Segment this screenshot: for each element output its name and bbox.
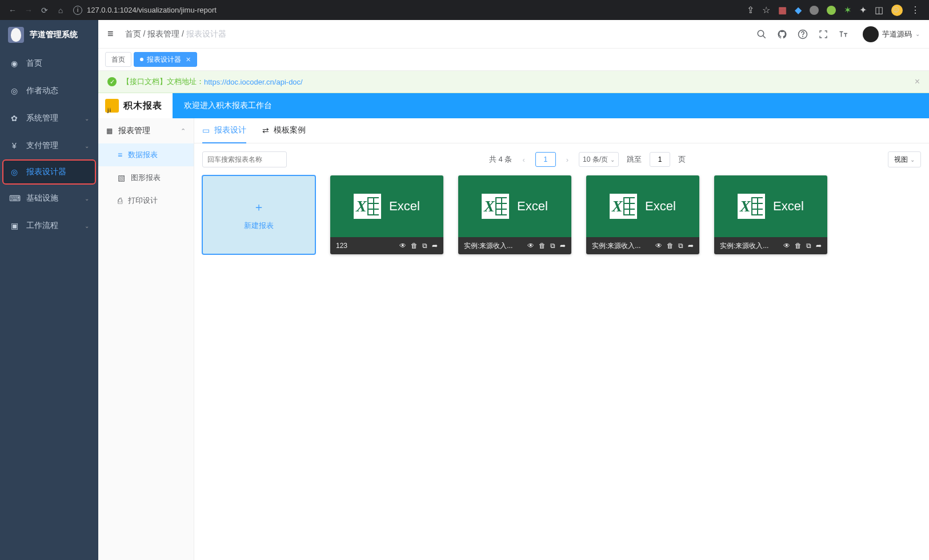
- page-next[interactable]: ›: [564, 155, 571, 164]
- extension-dot-1[interactable]: [810, 6, 819, 15]
- yen-icon: ¥: [9, 141, 19, 150]
- app-title: 芋道管理系统: [30, 30, 78, 40]
- share-icon[interactable]: ⇪: [747, 5, 754, 15]
- chevron-down-icon: ⌄: [610, 157, 615, 163]
- kebab-menu-icon[interactable]: ⋮: [911, 5, 920, 15]
- alert-link[interactable]: https://doc.iocoder.cn/api-doc/: [204, 78, 303, 86]
- report-card[interactable]: Excel 123 👁 🗑 ⧉ ➦: [330, 175, 443, 254]
- sliders-icon: ⇄: [262, 126, 269, 135]
- card-cover: Excel: [714, 175, 827, 237]
- card-actions: 👁 🗑 ⧉ ➦: [527, 242, 566, 250]
- left-panel-header[interactable]: ▦ 报表管理 ⌃: [98, 118, 194, 143]
- sub-tab-template-sample[interactable]: ⇄ 模板案例: [262, 118, 306, 143]
- url-bar[interactable]: i 127.0.0.1:1024/visualization/jimu-repo…: [73, 6, 742, 15]
- crumb-home[interactable]: 首页: [125, 29, 141, 38]
- report-card[interactable]: Excel 实例:来源收入... 👁 🗑 ⧉ ➦: [714, 175, 827, 254]
- search-input[interactable]: [202, 151, 287, 167]
- copy-icon[interactable]: ⧉: [678, 242, 683, 250]
- share-icon[interactable]: ➦: [816, 242, 822, 250]
- delete-icon[interactable]: 🗑: [539, 242, 546, 250]
- share-icon[interactable]: ➦: [432, 242, 438, 250]
- sidebar-item-author[interactable]: ◎ 作者动态: [0, 77, 98, 105]
- sidebar: 芋道管理系统 ◉ 首页 ◎ 作者动态 ✿ 系统管理 ⌄ ¥ 支付管理 ⌄ ◎: [0, 20, 98, 560]
- app-logo-row[interactable]: 芋道管理系统: [0, 20, 98, 50]
- reload-button[interactable]: ⟳: [37, 2, 53, 18]
- home-button[interactable]: ⌂: [53, 2, 69, 18]
- chevron-down-icon: ⌄: [85, 115, 89, 122]
- pagination: 共 4 条 ‹ › 10 条/页 ⌄ 跳至 页: [489, 152, 686, 167]
- excel-icon: [738, 194, 765, 219]
- view-toggle[interactable]: 视图 ⌄: [888, 151, 921, 167]
- list-icon: ≡: [118, 150, 122, 159]
- sidebar-item-report-designer[interactable]: ◎ 报表设计器: [2, 159, 96, 185]
- profile-avatar[interactable]: ☺: [891, 5, 903, 16]
- user-menu[interactable]: 芋道源码 ⌄: [863, 26, 920, 42]
- forward-button[interactable]: →: [21, 2, 37, 18]
- page-jump-input[interactable]: [650, 152, 670, 167]
- report-card[interactable]: Excel 实例:来源收入... 👁 🗑 ⧉ ➦: [458, 175, 571, 254]
- site-info-icon: i: [73, 6, 82, 15]
- extension-dot-2[interactable]: [827, 6, 836, 15]
- excel-icon: [482, 194, 509, 219]
- monitor-icon: ▭: [202, 126, 210, 135]
- fullscreen-icon[interactable]: [817, 28, 830, 41]
- top-actions: 芋道源码 ⌄: [755, 26, 920, 42]
- hamburger-icon[interactable]: ≡: [107, 28, 114, 40]
- excel-icon: [610, 194, 637, 219]
- preview-icon[interactable]: 👁: [783, 242, 790, 250]
- svg-line-1: [763, 35, 766, 38]
- right-panel: ▭ 报表设计 ⇄ 模板案例 共 4 条 ‹ ›: [194, 118, 929, 560]
- sidebar-item-payment[interactable]: ¥ 支付管理 ⌄: [0, 132, 98, 159]
- delete-icon[interactable]: 🗑: [411, 242, 418, 250]
- sidebar-item-infra[interactable]: ⌨ 基础设施 ⌄: [0, 185, 98, 212]
- delete-icon[interactable]: 🗑: [795, 242, 802, 250]
- card-title: 123: [336, 242, 399, 250]
- extension-icon-2[interactable]: ◆: [795, 5, 802, 15]
- page-tabs: 首页 报表设计器 ✕: [98, 49, 929, 71]
- chevron-down-icon: ⌄: [85, 143, 89, 149]
- page-size-select[interactable]: 10 条/页 ⌄: [579, 152, 619, 167]
- left-panel-item-chart-report[interactable]: ▧ 图形报表: [98, 166, 194, 189]
- bookmark-icon[interactable]: ☆: [762, 5, 770, 15]
- font-size-icon[interactable]: [838, 28, 850, 41]
- share-icon[interactable]: ➦: [688, 242, 694, 250]
- tab-report-designer[interactable]: 报表设计器 ✕: [134, 52, 197, 67]
- sidebar-item-home[interactable]: ◉ 首页: [0, 50, 98, 77]
- help-icon[interactable]: [796, 28, 809, 41]
- delete-icon[interactable]: 🗑: [667, 242, 674, 250]
- grid-icon: ▦: [106, 127, 113, 135]
- back-button[interactable]: ←: [5, 2, 21, 18]
- new-report-card[interactable]: ＋ 新建报表: [202, 175, 315, 254]
- share-icon[interactable]: ➦: [560, 242, 566, 250]
- panel-icon[interactable]: ◫: [875, 5, 883, 15]
- search-icon[interactable]: [755, 28, 768, 41]
- preview-icon[interactable]: 👁: [655, 242, 662, 250]
- tab-home[interactable]: 首页: [105, 52, 131, 67]
- sidebar-item-workflow[interactable]: ▣ 工作流程 ⌄: [0, 212, 98, 239]
- report-card[interactable]: Excel 实例:来源收入... 👁 🗑 ⧉ ➦: [586, 175, 699, 254]
- left-panel-item-data-report[interactable]: ≡ 数据报表: [98, 143, 194, 166]
- toolbar-row: 共 4 条 ‹ › 10 条/页 ⌄ 跳至 页 视图: [194, 143, 929, 175]
- alert-prefix: 【接口文档】文档地址：: [122, 77, 204, 87]
- page-current-input[interactable]: [535, 152, 556, 167]
- preview-icon[interactable]: 👁: [527, 242, 534, 250]
- sidebar-menu: ◉ 首页 ◎ 作者动态 ✿ 系统管理 ⌄ ¥ 支付管理 ⌄ ◎ 报表设计器: [0, 50, 98, 239]
- sidebar-item-system[interactable]: ✿ 系统管理 ⌄: [0, 105, 98, 132]
- page-prev[interactable]: ‹: [520, 155, 527, 164]
- jimu-brand: 积木报表: [98, 93, 173, 118]
- copy-icon[interactable]: ⧉: [806, 242, 811, 250]
- github-icon[interactable]: [776, 28, 788, 41]
- excel-label: Excel: [773, 199, 804, 214]
- extension-icon[interactable]: ▦: [778, 5, 787, 15]
- crumb-report-mgmt[interactable]: 报表管理: [147, 29, 179, 38]
- alert-close-icon[interactable]: ×: [915, 77, 920, 87]
- preview-icon[interactable]: 👁: [399, 242, 406, 250]
- sub-tab-report-design[interactable]: ▭ 报表设计: [202, 118, 246, 143]
- card-footer: 123 👁 🗑 ⧉ ➦: [330, 237, 443, 254]
- copy-icon[interactable]: ⧉: [550, 242, 555, 250]
- extension-icon-3[interactable]: ✶: [844, 5, 851, 15]
- copy-icon[interactable]: ⧉: [422, 242, 427, 250]
- close-icon[interactable]: ✕: [186, 56, 191, 63]
- extensions-puzzle-icon[interactable]: ✦: [859, 5, 867, 15]
- left-panel-item-print-design[interactable]: ⎙ 打印设计: [98, 189, 194, 212]
